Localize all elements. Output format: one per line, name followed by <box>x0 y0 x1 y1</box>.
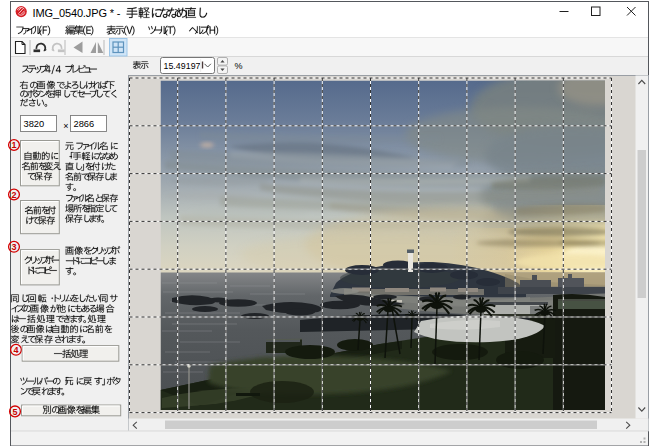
svg-text:2866: 2866 <box>74 119 95 129</box>
svg-text:2: 2 <box>11 190 16 200</box>
svg-text:×: × <box>63 121 68 131</box>
svg-text:%: % <box>235 61 243 71</box>
svg-text:3: 3 <box>11 242 16 252</box>
svg-text:15.49197: 15.49197 <box>164 61 201 71</box>
svg-text:1: 1 <box>11 140 16 150</box>
svg-text:5: 5 <box>12 407 17 417</box>
svg-text:3820: 3820 <box>24 119 45 129</box>
svg-text:IMG_0540.JPG * -: IMG_0540.JPG * - <box>33 7 121 19</box>
svg-text:4: 4 <box>13 345 18 355</box>
